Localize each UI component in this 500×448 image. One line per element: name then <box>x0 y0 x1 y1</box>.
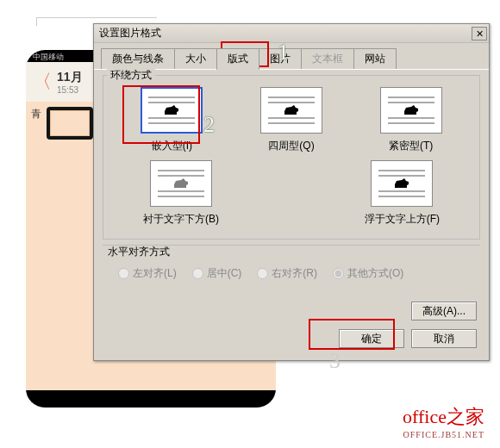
format-picture-dialog: 设置图片格式 ✕ 颜色与线条 大小 版式 图片 文本框 网站 环绕方式 嵌入型(… <box>93 23 490 361</box>
wrap-tight[interactable]: 紧密型(T) <box>380 87 442 153</box>
wrap-inline-icon <box>141 87 203 134</box>
note-thumb <box>47 107 93 140</box>
tab-layout[interactable]: 版式 <box>216 48 259 70</box>
annotation-1: 1 <box>278 40 289 65</box>
dog-icon <box>171 176 191 191</box>
align-right: 右对齐(R) <box>257 266 317 281</box>
tab-bar: 颜色与线条 大小 版式 图片 文本框 网站 <box>94 43 489 70</box>
header-time: 15:53 <box>57 85 83 95</box>
align-radios: 左对齐(L) 居中(C) 右对齐(R) 其他方式(O) <box>103 259 480 289</box>
dog-icon <box>391 176 412 191</box>
tab-color-lines[interactable]: 颜色与线条 <box>101 48 175 69</box>
carrier: 中国移动 <box>33 53 64 61</box>
wrap-front-label: 浮于文字上方(F) <box>365 212 440 227</box>
wrap-front-icon <box>371 160 433 207</box>
close-button[interactable]: ✕ <box>472 27 487 40</box>
annotation-3: 3 <box>329 348 341 374</box>
wrap-behind-label: 衬于文字下方(B) <box>143 212 219 227</box>
annotation-2: 2 <box>203 112 215 138</box>
watermark-line2: OFFICE.JB51.NET <box>403 430 484 439</box>
watermark: office之家 OFFICE.JB51.NET <box>403 404 484 439</box>
wrap-inline[interactable]: 嵌入型(I) <box>141 87 203 153</box>
align-legend: 水平对齐方式 <box>104 245 480 259</box>
watermark-line1: office之家 <box>403 404 484 430</box>
align-left: 左对齐(L) <box>118 266 177 281</box>
wrap-square[interactable]: 四周型(Q) <box>260 87 322 153</box>
dog-icon <box>281 103 302 118</box>
wrap-front[interactable]: 浮于文字上方(F) <box>365 160 440 227</box>
wrap-square-icon <box>260 87 322 134</box>
header-date: 11月 <box>57 70 83 85</box>
dog-icon <box>161 103 182 118</box>
tab-size[interactable]: 大小 <box>174 48 217 69</box>
wrap-behind-icon <box>150 160 212 207</box>
advanced-button[interactable]: 高级(A)... <box>411 302 477 320</box>
align-group: 水平对齐方式 左对齐(L) 居中(C) 右对齐(R) 其他方式(O) <box>103 245 480 295</box>
wrap-group: 环绕方式 嵌入型(I) 四周型(Q) <box>103 75 480 240</box>
tab-textbox: 文本框 <box>301 48 354 69</box>
note-side-text: 青 <box>31 107 41 121</box>
tab-web[interactable]: 网站 <box>353 48 397 69</box>
cancel-button[interactable]: 取消 <box>411 329 477 348</box>
dialog-title: 设置图片格式 <box>99 26 161 40</box>
align-other: 其他方式(O) <box>333 266 403 281</box>
wrap-behind[interactable]: 衬于文字下方(B) <box>143 160 219 227</box>
align-center: 居中(C) <box>192 266 242 281</box>
chevron-left-icon[interactable]: 〈 <box>33 72 52 91</box>
title-bar: 设置图片格式 ✕ <box>94 24 489 43</box>
dog-icon <box>401 103 422 118</box>
wrap-inline-label: 嵌入型(I) <box>152 139 192 153</box>
close-icon: ✕ <box>476 28 484 39</box>
wrap-square-label: 四周型(Q) <box>268 139 314 153</box>
wrap-group-legend: 环绕方式 <box>107 68 155 83</box>
wrap-tight-label: 紧密型(T) <box>389 139 433 153</box>
wrap-tight-icon <box>380 87 442 134</box>
ok-button[interactable]: 确定 <box>339 329 404 348</box>
